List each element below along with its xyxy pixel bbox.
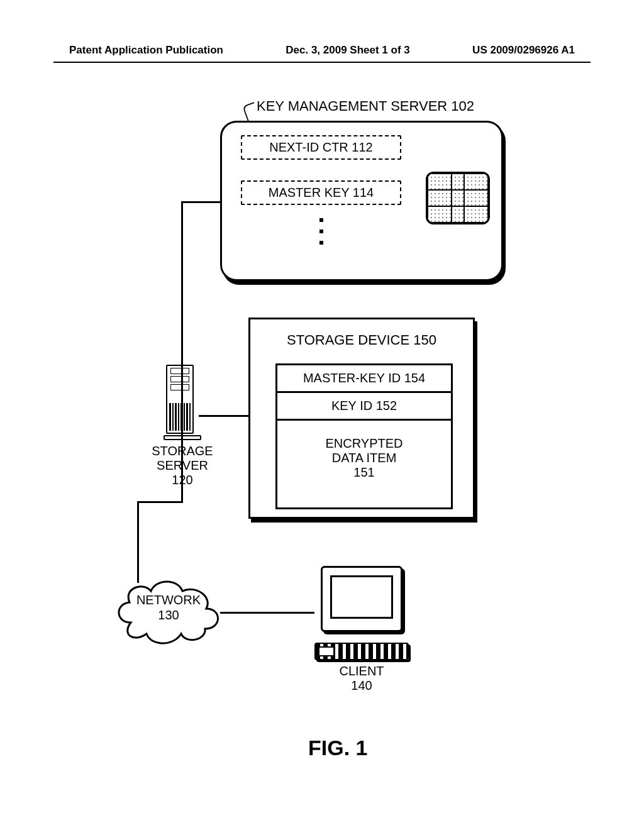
header-right: US 2009/0296926 A1	[472, 44, 575, 57]
client: CLIENT 140	[308, 566, 415, 693]
header-center: Dec. 3, 2009 Sheet 1 of 3	[286, 44, 410, 57]
card-chip-icon	[426, 172, 490, 224]
storage-device-title: STORAGE DEVICE 150	[250, 319, 473, 348]
storage-device: STORAGE DEVICE 150 MASTER-KEY ID 154 KEY…	[248, 318, 475, 519]
connector	[137, 501, 139, 583]
header-rule	[53, 62, 591, 63]
kms-card: NEXT-ID CTR 112 MASTER KEY 114	[220, 121, 503, 281]
network-cloud: NETWORK 130	[112, 572, 225, 648]
connector	[199, 415, 249, 417]
kms-title: KEY MANAGEMENT SERVER 102	[257, 98, 474, 114]
header-left: Patent Application Publication	[69, 44, 223, 57]
next-id-box: NEXT-ID CTR 112	[241, 135, 401, 160]
connector	[220, 612, 314, 614]
diagram: KEY MANAGEMENT SERVER 102 NEXT-ID CTR 11…	[0, 88, 644, 755]
cloud-icon: NETWORK 130	[112, 572, 225, 648]
figure-label: FIG. 1	[308, 736, 367, 760]
connector	[137, 501, 183, 503]
ellipsis-dot	[319, 241, 323, 245]
connector	[181, 201, 220, 203]
network-label: NETWORK 130	[112, 592, 225, 622]
master-key-box: MASTER KEY 114	[241, 180, 401, 205]
client-label: CLIENT 140	[308, 664, 415, 693]
page-header: Patent Application Publication Dec. 3, 2…	[0, 44, 644, 57]
ellipsis-dot	[319, 230, 323, 233]
ellipsis-dot	[319, 218, 323, 222]
key-id-cell: KEY ID 152	[277, 391, 451, 419]
encrypted-data-cell: ENCRYPTED DATA ITEM 151	[277, 419, 451, 495]
mk-id-cell: MASTER-KEY ID 154	[277, 365, 451, 391]
connector	[181, 201, 183, 503]
monitor-icon	[314, 566, 409, 660]
storage-device-inner: MASTER-KEY ID 154 KEY ID 152 ENCRYPTED D…	[275, 363, 453, 509]
